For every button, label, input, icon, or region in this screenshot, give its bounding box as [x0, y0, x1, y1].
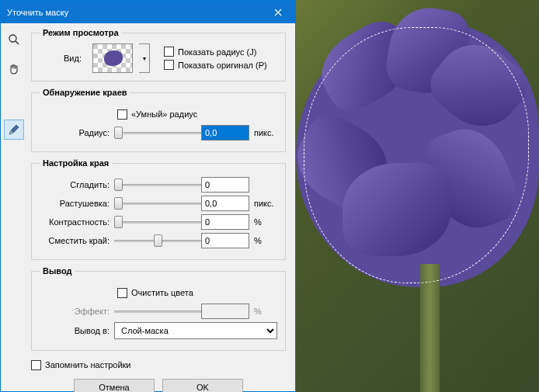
adjust-legend: Настройка края [40, 158, 112, 168]
radius-input[interactable] [201, 125, 249, 140]
show-radius-checkbox[interactable]: Показать радиус (J) [164, 47, 267, 57]
smooth-input[interactable] [201, 177, 249, 193]
view-legend: Режим просмотра [40, 28, 122, 37]
edge-legend: Обнаружение краев [40, 88, 130, 97]
refine-brush-tool[interactable] [4, 120, 24, 140]
tool-strip [1, 23, 26, 391]
close-button[interactable] [260, 1, 295, 23]
clean-colors-checkbox[interactable]: Очистить цвета [117, 288, 193, 298]
ok-button[interactable]: OK [162, 379, 243, 392]
view-mode-group: Режим просмотра Вид: ▾ Показать радиус (… [31, 28, 286, 82]
view-preview[interactable] [92, 43, 133, 73]
effect-slider [114, 304, 201, 318]
shift-input[interactable] [201, 233, 249, 248]
output-group: Вывод Очистить цвета Эффект: % Вывод в: … [31, 266, 286, 351]
smart-radius-checkbox[interactable]: «Умный» радиус [117, 109, 197, 120]
show-original-checkbox[interactable]: Показать оригинал (P) [164, 60, 267, 70]
feather-input[interactable] [201, 196, 249, 211]
cancel-button[interactable]: Отмена [74, 379, 155, 392]
shift-slider[interactable] [114, 234, 201, 248]
radius-slider[interactable] [114, 126, 201, 140]
contrast-input[interactable] [201, 214, 249, 230]
svg-line-1 [16, 41, 19, 44]
titlebar[interactable]: Уточнить маску [1, 1, 295, 23]
remember-settings-checkbox[interactable]: Запомнить настройки [31, 360, 131, 370]
contrast-slider[interactable] [114, 215, 201, 229]
refine-mask-dialog: Уточнить маску Режим просмотра Вид: [0, 0, 296, 392]
svg-point-0 [9, 35, 16, 42]
radius-label: Радиус: [40, 128, 114, 137]
canvas-workspace[interactable] [296, 0, 539, 392]
smooth-slider[interactable] [114, 178, 201, 192]
output-legend: Вывод [40, 266, 75, 276]
view-label: Вид: [40, 54, 86, 63]
zoom-tool[interactable] [4, 29, 24, 50]
effect-input [201, 304, 249, 319]
edge-detection-group: Обнаружение краев «Умный» радиус Радиус:… [31, 88, 286, 152]
dialog-title: Уточнить маску [7, 8, 68, 17]
output-to-select[interactable]: Слой-маска [114, 322, 277, 339]
feather-slider[interactable] [114, 196, 201, 210]
adjust-edge-group: Настройка края Сгладить: Растушевка: пик… [31, 158, 286, 260]
hand-tool[interactable] [4, 59, 24, 79]
selection-marquee [304, 27, 529, 283]
view-dropdown[interactable]: ▾ [139, 43, 150, 73]
